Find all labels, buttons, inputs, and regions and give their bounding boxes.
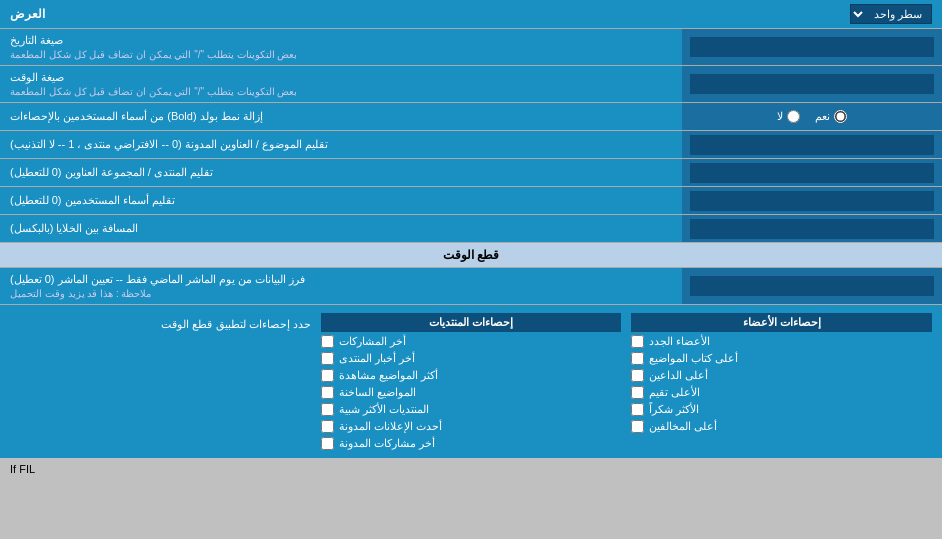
list-item: أعلى كتاب المواضيع [631,352,932,365]
username-trim-row: تقليم أسماء المستخدمين (0 للتعطيل) 0 [0,187,942,215]
list-item: المواضيع الساخنة [321,386,622,399]
forum-trim-input[interactable]: 33 [690,163,934,183]
time-cut-section-header: قطع الوقت [0,243,942,268]
cell-spacing-row: المسافة بين الخلايا (بالبكسل) 2 [0,215,942,243]
forum-trim-row: تقليم المنتدى / المجموعة العناوين (0 للت… [0,159,942,187]
latest-news-check[interactable] [321,352,334,365]
bold-no-radio[interactable] [787,110,800,123]
date-format-input-wrap: d-m [682,29,942,65]
forum-trim-input-wrap: 33 [682,159,942,186]
list-item: أخر المشاركات [321,335,622,348]
topic-trim-row: تقليم الموضوع / العناوين المدونة (0 -- ا… [0,131,942,159]
forum-stats-col: إحصاءات المنتديات أخر المشاركات أخر أخبا… [321,313,622,450]
list-item: أعلى المخالفين [631,420,932,433]
cell-spacing-input[interactable]: 2 [690,219,934,239]
time-format-input[interactable]: H:i [690,74,934,94]
username-trim-label: تقليم أسماء المستخدمين (0 للتعطيل) [0,187,682,214]
top-posters2-check[interactable] [631,369,644,382]
header-row: العرض سطر واحدسطرينثلاثة أسطر [0,0,942,29]
bold-yes-radio[interactable] [834,110,847,123]
list-item: أحدث الإعلانات المدونة [321,420,622,433]
main-container: العرض سطر واحدسطرينثلاثة أسطر صيغة التار… [0,0,942,480]
username-trim-input[interactable]: 0 [690,191,934,211]
top-visitors-check[interactable] [631,420,644,433]
similar-forums-check[interactable] [321,403,334,416]
bold-remove-options: نعم لا [682,103,942,130]
list-item: الأكثر شكراً [631,403,932,416]
list-item: أخر أخبار المنتدى [321,352,622,365]
latest-topics-check[interactable] [321,386,334,399]
page-title: العرض [10,7,45,21]
display-select-wrap[interactable]: سطر واحدسطرينثلاثة أسطر [850,4,932,24]
latest-marked-check[interactable] [321,437,334,450]
list-item: المنتديات الأكثر شبية [321,403,622,416]
date-format-input[interactable]: d-m [690,37,934,57]
bottom-text: If FIL [0,458,942,480]
most-thanked-check[interactable] [631,403,644,416]
cell-spacing-label: المسافة بين الخلايا (بالبكسل) [0,215,682,242]
member-stats-items: الأعضاء الجدد أعلى كتاب المواضيع أعلى ال… [631,335,932,433]
most-viewed-check[interactable] [321,369,334,382]
list-item: أعلى الداعين [631,369,932,382]
date-format-row: صيغة التاريخ بعض التكوينات يتطلب "/" الت… [0,29,942,66]
checkboxes-section: حدد إحصاءات لتطبيق قطع الوقت إحصاءات الم… [0,305,942,458]
forum-stats-header: إحصاءات المنتديات [321,313,622,332]
topic-trim-label: تقليم الموضوع / العناوين المدونة (0 -- ا… [0,131,682,158]
stats-apply-label: حدد إحصاءات لتطبيق قطع الوقت [10,313,311,331]
topic-trim-input[interactable]: 33 [690,135,934,155]
top-posters-check[interactable] [631,352,644,365]
time-cut-input[interactable]: 0 [690,276,934,296]
username-trim-input-wrap: 0 [682,187,942,214]
time-format-label: صيغة الوقت بعض التكوينات يتطلب "/" التي … [0,66,682,102]
bold-remove-label: إزالة نمط بولد (Bold) من أسماء المستخدمي… [0,103,682,130]
topic-trim-input-wrap: 33 [682,131,942,158]
list-item: الأعلى تقيم [631,386,932,399]
new-members-check[interactable] [631,335,644,348]
date-format-label: صيغة التاريخ بعض التكوينات يتطلب "/" الت… [0,29,682,65]
list-item: أكثر المواضيع مشاهدة [321,369,622,382]
time-format-input-wrap: H:i [682,66,942,102]
bold-no-label[interactable]: لا [777,110,800,123]
bold-yes-label[interactable]: نعم [815,110,847,123]
time-cut-input-wrap: 0 [682,268,942,304]
display-select[interactable]: سطر واحدسطرينثلاثة أسطر [850,4,932,24]
list-item: أخر مشاركات المدونة [321,437,622,450]
list-item: الأعضاء الجدد [631,335,932,348]
latest-posts-check[interactable] [321,335,334,348]
time-cut-row: فرز البيانات من يوم الماشر الماضي فقط --… [0,268,942,305]
time-cut-label: فرز البيانات من يوم الماشر الماضي فقط --… [0,268,682,304]
forum-trim-label: تقليم المنتدى / المجموعة العناوين (0 للت… [0,159,682,186]
member-stats-header: إحصاءات الأعضاء [631,313,932,332]
member-stats-col: إحصاءات الأعضاء الأعضاء الجدد أعلى كتاب … [631,313,932,433]
top-rated-check[interactable] [631,386,644,399]
latest-ads-check[interactable] [321,420,334,433]
time-format-row: صيغة الوقت بعض التكوينات يتطلب "/" التي … [0,66,942,103]
forum-stats-items: أخر المشاركات أخر أخبار المنتدى أكثر الم… [321,335,622,450]
bold-remove-row: إزالة نمط بولد (Bold) من أسماء المستخدمي… [0,103,942,131]
cell-spacing-input-wrap: 2 [682,215,942,242]
